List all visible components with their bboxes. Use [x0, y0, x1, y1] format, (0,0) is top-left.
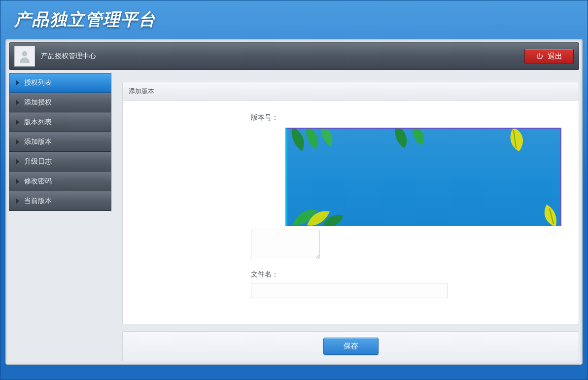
topbar: 产品授权管理中心 退出	[9, 42, 579, 70]
svg-point-0	[22, 51, 28, 57]
chevron-right-icon	[16, 159, 19, 164]
topbar-title: 产品授权管理中心	[41, 52, 96, 61]
panel-footer: 保存	[122, 331, 579, 361]
main-content: 添加版本 版本号： 文件名：	[122, 73, 579, 361]
leaf-icon	[287, 128, 346, 166]
chevron-right-icon	[16, 80, 19, 85]
panel-header: 添加版本	[123, 82, 579, 101]
sidebar-item-label: 升级日志	[24, 157, 52, 166]
chevron-right-icon	[16, 120, 19, 125]
sidebar-item-label: 当前版本	[24, 197, 52, 206]
sidebar-item-label: 修改密码	[24, 177, 52, 186]
leaf-icon	[496, 128, 531, 157]
sidebar-item-label: 授权列表	[24, 78, 52, 87]
power-icon	[536, 52, 544, 60]
avatar	[14, 46, 35, 67]
save-label: 保存	[344, 342, 358, 350]
sidebar-item-label: 添加版本	[24, 138, 52, 146]
chevron-right-icon	[16, 179, 19, 184]
description-textarea[interactable]	[251, 230, 320, 259]
sidebar: 授权列表 添加授权 版本列表 添加版本 升级日志	[9, 73, 111, 211]
main-frame: 产品授权管理中心 退出 授权列表 添加授权	[5, 39, 583, 365]
logout-label: 退出	[548, 52, 562, 61]
filename-label: 文件名：	[251, 270, 564, 279]
sidebar-item-upgrade-log[interactable]: 升级日志	[9, 152, 111, 172]
user-icon	[17, 49, 32, 64]
chevron-right-icon	[16, 100, 19, 105]
panel-body: 版本号： 文件名：	[123, 101, 579, 324]
sidebar-item-change-password[interactable]: 修改密码	[9, 172, 111, 191]
sidebar-item-label: 版本列表	[24, 118, 52, 127]
leaf-icon	[521, 200, 560, 226]
sidebar-item-label: 添加授权	[24, 98, 52, 107]
app-shell: 产品独立管理平台 产品授权管理中心 退出 授权列表	[0, 0, 588, 380]
version-label: 版本号：	[251, 113, 564, 122]
filename-input[interactable]	[251, 283, 448, 298]
chevron-right-icon	[16, 139, 19, 144]
sidebar-item-add-version[interactable]: 添加版本	[9, 132, 111, 152]
sidebar-item-auth-list[interactable]: 授权列表	[9, 73, 111, 93]
leaf-icon	[386, 128, 445, 160]
form-panel: 添加版本 版本号： 文件名：	[122, 82, 579, 324]
logout-button[interactable]: 退出	[524, 49, 574, 64]
save-button[interactable]: 保存	[323, 338, 379, 355]
sidebar-item-version-list[interactable]: 版本列表	[9, 112, 111, 132]
leaf-icon	[287, 196, 351, 226]
sidebar-item-add-auth[interactable]: 添加授权	[9, 93, 111, 112]
chevron-right-icon	[16, 199, 19, 204]
app-title: 产品独立管理平台	[0, 0, 588, 39]
sidebar-item-current-version[interactable]: 当前版本	[9, 191, 111, 211]
decorative-overlay	[285, 128, 561, 226]
